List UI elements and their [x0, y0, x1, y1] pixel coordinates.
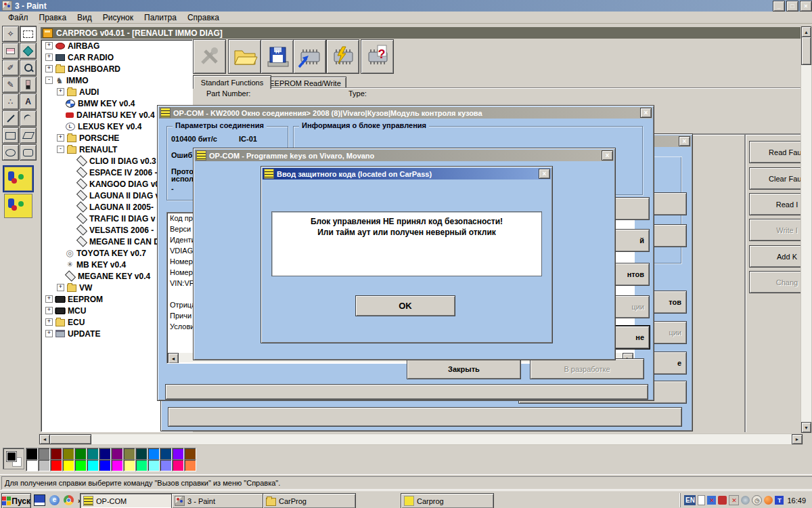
- selection-option-opaque[interactable]: [4, 167, 32, 191]
- airbrush-tool-icon[interactable]: ∴: [2, 93, 19, 110]
- paint-titlebar[interactable]: 3 - Paint _ □ ×: [0, 0, 812, 12]
- orange-ball-icon[interactable]: [764, 496, 773, 505]
- close-icon[interactable]: ×: [539, 169, 550, 179]
- fault-panel-button-read-i[interactable]: Read I: [749, 193, 800, 215]
- fault-panel-button-read-fault[interactable]: Read Fault: [749, 141, 800, 163]
- magnifier-tool-icon[interactable]: [20, 60, 37, 76]
- tuner-icon[interactable]: T: [775, 496, 784, 505]
- color-swatch[interactable]: [74, 459, 87, 471]
- color-swatch[interactable]: [172, 459, 184, 471]
- monitor-error-icon[interactable]: ✕: [707, 496, 716, 505]
- freeform-select-tool-icon[interactable]: ✧: [2, 26, 19, 42]
- kw2000-titlebar[interactable]: OP-COM - KW2000 Окно соединения> 2008 (8…: [159, 107, 652, 119]
- color-swatch[interactable]: [74, 448, 87, 460]
- color-swatch[interactable]: [50, 459, 62, 471]
- expand-icon[interactable]: +: [57, 134, 64, 142]
- color-swatch[interactable]: [26, 459, 38, 471]
- color-swatch[interactable]: [99, 459, 111, 471]
- rect-select-tool-icon[interactable]: [20, 26, 37, 42]
- color-swatch[interactable]: [123, 459, 135, 471]
- tree-item-dashboard[interactable]: +DASHBOARD: [41, 63, 192, 75]
- battery-icon[interactable]: [698, 495, 705, 505]
- color-swatch[interactable]: [87, 448, 99, 460]
- fault-panel-button-chang[interactable]: Chang: [749, 271, 800, 293]
- toolbar-open-folder-icon[interactable]: [228, 39, 261, 74]
- language-indicator[interactable]: EN: [684, 495, 696, 505]
- expand-icon[interactable]: +: [45, 65, 53, 72]
- back-wide-button[interactable]: [168, 407, 682, 427]
- ie-icon[interactable]: e: [49, 495, 60, 505]
- tree-item-car-radio[interactable]: +CAR RADIO: [41, 51, 192, 63]
- programme-keys-titlebar[interactable]: OP-COM - Programme keys on Vivaro, Movan…: [195, 150, 614, 161]
- scroll-down-icon[interactable]: ▼: [801, 422, 811, 433]
- close-icon[interactable]: ×: [640, 108, 652, 118]
- text-tool-icon[interactable]: A: [20, 93, 37, 110]
- start-button[interactable]: Пуск: [1, 493, 31, 508]
- close-button[interactable]: ×: [800, 1, 812, 12]
- rectangle-tool-icon[interactable]: [2, 127, 19, 144]
- eraser-tool-icon[interactable]: [2, 43, 19, 59]
- rounded-rectangle-tool-icon[interactable]: [20, 144, 37, 161]
- globe-icon[interactable]: [741, 496, 750, 505]
- color-swatch[interactable]: [111, 448, 123, 460]
- menu-Вид[interactable]: Вид: [72, 12, 97, 23]
- color-swatch[interactable]: [123, 448, 135, 460]
- menu-Палитра[interactable]: Палитра: [139, 12, 182, 23]
- tree-item-airbag[interactable]: +AIRBAG: [41, 40, 192, 51]
- taskbar-button-carprog[interactable]: Carprog: [401, 493, 494, 508]
- clock[interactable]: 16:49: [786, 496, 807, 505]
- chrome-icon[interactable]: [64, 495, 74, 505]
- expand-icon[interactable]: +: [45, 307, 53, 314]
- menu-Файл[interactable]: Файл: [3, 12, 34, 23]
- taskbar-button-op-com[interactable]: OP-COM: [80, 493, 173, 508]
- color-swatch[interactable]: [160, 448, 172, 460]
- in-development-button[interactable]: В разработке: [530, 358, 644, 379]
- line-tool-icon[interactable]: [2, 110, 19, 127]
- fill-tool-icon[interactable]: [20, 43, 37, 59]
- taskbar-button-carprog[interactable]: CarProg: [263, 493, 356, 508]
- fault-panel-button-clear-fault[interactable]: Clear Fault: [749, 167, 800, 190]
- ellipse-tool-icon[interactable]: [2, 144, 19, 161]
- toolbar-chip-test-icon[interactable]: ?: [361, 39, 394, 74]
- brush-tool-icon[interactable]: [20, 77, 37, 93]
- color-swatch[interactable]: [148, 448, 160, 460]
- expand-icon[interactable]: +: [45, 54, 53, 61]
- color-swatch[interactable]: [38, 448, 50, 460]
- menu-Правка[interactable]: Правка: [34, 12, 72, 23]
- color-swatch[interactable]: [135, 459, 148, 471]
- ati-icon[interactable]: [718, 496, 727, 505]
- selection-option-transparent[interactable]: [4, 194, 32, 218]
- menu-Рисунок[interactable]: Рисунок: [97, 12, 139, 23]
- expand-icon[interactable]: +: [57, 284, 64, 291]
- vertical-scroll-thumb[interactable]: [801, 37, 811, 65]
- toolbar-settings-icon[interactable]: [193, 39, 226, 74]
- toolbar-chip-read-icon[interactable]: [293, 39, 326, 74]
- collapse-icon[interactable]: -: [57, 146, 64, 153]
- toolbar-chip-program-icon[interactable]: [326, 39, 359, 74]
- horizontal-scrollbar[interactable]: ◄ ►: [39, 433, 803, 445]
- security-dialog-titlebar[interactable]: Ввод защитного кода (located on CarPass)…: [263, 168, 551, 179]
- expand-icon[interactable]: +: [45, 330, 53, 337]
- expand-icon[interactable]: +: [45, 318, 53, 326]
- fault-panel-button-write-i[interactable]: Write I: [749, 219, 800, 241]
- color-swatch[interactable]: [172, 448, 184, 460]
- polygon-tool-icon[interactable]: [20, 127, 37, 144]
- color-picker-tool-icon[interactable]: ✐: [2, 60, 19, 76]
- minimize-button[interactable]: _: [773, 1, 785, 12]
- color-swatch[interactable]: [26, 448, 38, 460]
- clock-icon[interactable]: ◷: [752, 495, 762, 505]
- color-swatch[interactable]: [87, 459, 99, 471]
- vertical-scrollbar[interactable]: ▲ ▼: [800, 26, 812, 433]
- tree-item-immo[interactable]: -♞IMMO: [41, 75, 192, 86]
- restore-button[interactable]: □: [786, 1, 798, 12]
- color-swatch[interactable]: [184, 459, 196, 471]
- tree-item-audi[interactable]: +AUDI: [41, 86, 192, 98]
- color-swatch[interactable]: [99, 448, 111, 460]
- horizontal-scroll-thumb[interactable]: [49, 434, 91, 444]
- scroll-right-icon[interactable]: ►: [792, 434, 803, 444]
- ok-button[interactable]: OK: [355, 295, 455, 316]
- tab-standart-functions[interactable]: Standart Functions: [193, 75, 271, 89]
- pencil-tool-icon[interactable]: ✎: [2, 77, 19, 93]
- color-swatch[interactable]: [50, 448, 62, 460]
- close-icon[interactable]: ×: [602, 150, 613, 161]
